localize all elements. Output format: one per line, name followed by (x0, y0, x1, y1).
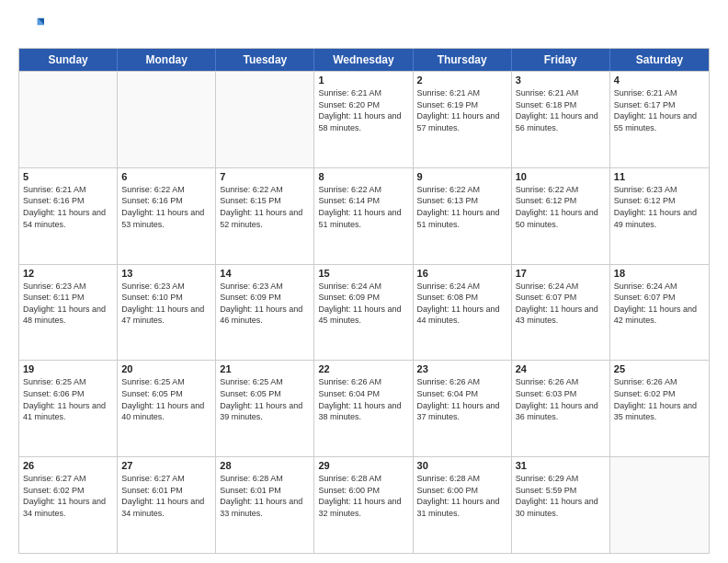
calendar-cell: 16Sunrise: 6:24 AM Sunset: 6:08 PM Dayli… (414, 265, 512, 361)
header-day: Saturday (610, 49, 709, 71)
cell-info: Sunrise: 6:23 AM Sunset: 6:11 PM Dayligh… (23, 281, 113, 327)
day-number: 10 (516, 171, 606, 182)
day-number: 29 (318, 460, 408, 471)
calendar-cell: 23Sunrise: 6:26 AM Sunset: 6:04 PM Dayli… (414, 361, 512, 456)
calendar-cell: 4Sunrise: 6:21 AM Sunset: 6:17 PM Daylig… (610, 72, 709, 167)
cell-info: Sunrise: 6:23 AM Sunset: 6:10 PM Dayligh… (121, 281, 211, 327)
calendar-cell: 14Sunrise: 6:23 AM Sunset: 6:09 PM Dayli… (216, 265, 314, 361)
calendar-cell (610, 457, 709, 553)
cell-info: Sunrise: 6:24 AM Sunset: 6:07 PM Dayligh… (614, 281, 705, 327)
day-number: 12 (23, 268, 113, 279)
header (18, 15, 710, 40)
day-number: 5 (23, 171, 113, 182)
cell-info: Sunrise: 6:22 AM Sunset: 6:12 PM Dayligh… (516, 184, 606, 230)
cell-info: Sunrise: 6:29 AM Sunset: 5:59 PM Dayligh… (516, 473, 606, 519)
day-number: 30 (417, 460, 507, 471)
cell-info: Sunrise: 6:21 AM Sunset: 6:18 PM Dayligh… (516, 87, 606, 133)
cell-info: Sunrise: 6:26 AM Sunset: 6:04 PM Dayligh… (417, 376, 507, 422)
cell-info: Sunrise: 6:23 AM Sunset: 6:12 PM Dayligh… (614, 184, 705, 230)
cell-info: Sunrise: 6:25 AM Sunset: 6:05 PM Dayligh… (121, 376, 211, 422)
cell-info: Sunrise: 6:24 AM Sunset: 6:07 PM Dayligh… (516, 281, 606, 327)
calendar-row: 19Sunrise: 6:25 AM Sunset: 6:06 PM Dayli… (19, 360, 709, 456)
calendar-cell: 1Sunrise: 6:21 AM Sunset: 6:20 PM Daylig… (314, 72, 413, 167)
day-number: 18 (614, 268, 705, 279)
day-number: 1 (318, 75, 408, 86)
calendar-cell: 22Sunrise: 6:26 AM Sunset: 6:04 PM Dayli… (314, 361, 413, 456)
day-number: 2 (417, 75, 507, 86)
calendar-cell: 19Sunrise: 6:25 AM Sunset: 6:06 PM Dayli… (19, 361, 118, 456)
day-number: 7 (220, 171, 310, 182)
cell-info: Sunrise: 6:24 AM Sunset: 6:08 PM Dayligh… (417, 281, 507, 327)
header-day: Friday (512, 49, 610, 71)
calendar-cell: 25Sunrise: 6:26 AM Sunset: 6:02 PM Dayli… (610, 361, 709, 456)
cell-info: Sunrise: 6:27 AM Sunset: 6:01 PM Dayligh… (121, 473, 211, 519)
cell-info: Sunrise: 6:22 AM Sunset: 6:16 PM Dayligh… (121, 184, 211, 230)
calendar-cell: 8Sunrise: 6:22 AM Sunset: 6:14 PM Daylig… (314, 168, 413, 264)
calendar-cell: 26Sunrise: 6:27 AM Sunset: 6:02 PM Dayli… (19, 457, 118, 553)
calendar-cell: 27Sunrise: 6:27 AM Sunset: 6:01 PM Dayli… (118, 457, 216, 553)
day-number: 6 (121, 171, 211, 182)
day-number: 14 (220, 268, 310, 279)
logo-icon (18, 15, 44, 40)
day-number: 26 (23, 460, 113, 471)
day-number: 16 (417, 268, 507, 279)
calendar-cell: 2Sunrise: 6:21 AM Sunset: 6:19 PM Daylig… (414, 72, 512, 167)
header-day: Sunday (19, 49, 118, 71)
cell-info: Sunrise: 6:26 AM Sunset: 6:04 PM Dayligh… (318, 376, 408, 422)
day-number: 17 (516, 268, 606, 279)
cell-info: Sunrise: 6:21 AM Sunset: 6:20 PM Dayligh… (318, 87, 408, 133)
calendar-cell: 28Sunrise: 6:28 AM Sunset: 6:01 PM Dayli… (216, 457, 314, 553)
day-number: 28 (220, 460, 310, 471)
header-day: Wednesday (314, 49, 413, 71)
calendar-cell: 9Sunrise: 6:22 AM Sunset: 6:13 PM Daylig… (414, 168, 512, 264)
day-number: 25 (614, 363, 705, 374)
calendar-cell: 15Sunrise: 6:24 AM Sunset: 6:09 PM Dayli… (314, 265, 413, 361)
calendar-cell (216, 72, 314, 167)
calendar-body: 1Sunrise: 6:21 AM Sunset: 6:20 PM Daylig… (19, 71, 709, 553)
calendar-cell: 10Sunrise: 6:22 AM Sunset: 6:12 PM Dayli… (512, 168, 610, 264)
calendar-cell: 5Sunrise: 6:21 AM Sunset: 6:16 PM Daylig… (19, 168, 118, 264)
calendar-cell: 18Sunrise: 6:24 AM Sunset: 6:07 PM Dayli… (610, 265, 709, 361)
header-day: Monday (118, 49, 216, 71)
calendar-header: SundayMondayTuesdayWednesdayThursdayFrid… (19, 49, 709, 71)
calendar-cell: 6Sunrise: 6:22 AM Sunset: 6:16 PM Daylig… (118, 168, 216, 264)
calendar-cell: 12Sunrise: 6:23 AM Sunset: 6:11 PM Dayli… (19, 265, 118, 361)
cell-info: Sunrise: 6:22 AM Sunset: 6:15 PM Dayligh… (220, 184, 310, 230)
day-number: 24 (516, 363, 606, 374)
calendar-cell: 7Sunrise: 6:22 AM Sunset: 6:15 PM Daylig… (216, 168, 314, 264)
day-number: 13 (121, 268, 211, 279)
cell-info: Sunrise: 6:28 AM Sunset: 6:00 PM Dayligh… (318, 473, 408, 519)
cell-info: Sunrise: 6:21 AM Sunset: 6:19 PM Dayligh… (417, 87, 507, 133)
calendar-cell: 17Sunrise: 6:24 AM Sunset: 6:07 PM Dayli… (512, 265, 610, 361)
cell-info: Sunrise: 6:26 AM Sunset: 6:03 PM Dayligh… (516, 376, 606, 422)
day-number: 3 (516, 75, 606, 86)
cell-info: Sunrise: 6:27 AM Sunset: 6:02 PM Dayligh… (23, 473, 113, 519)
calendar-cell: 31Sunrise: 6:29 AM Sunset: 5:59 PM Dayli… (512, 457, 610, 553)
cell-info: Sunrise: 6:28 AM Sunset: 6:00 PM Dayligh… (417, 473, 507, 519)
calendar: SundayMondayTuesdayWednesdayThursdayFrid… (18, 48, 710, 554)
day-number: 27 (121, 460, 211, 471)
cell-info: Sunrise: 6:23 AM Sunset: 6:09 PM Dayligh… (220, 281, 310, 327)
calendar-row: 26Sunrise: 6:27 AM Sunset: 6:02 PM Dayli… (19, 456, 709, 553)
day-number: 9 (417, 171, 507, 182)
calendar-cell: 11Sunrise: 6:23 AM Sunset: 6:12 PM Dayli… (610, 168, 709, 264)
page: SundayMondayTuesdayWednesdayThursdayFrid… (0, 0, 728, 563)
cell-info: Sunrise: 6:25 AM Sunset: 6:06 PM Dayligh… (23, 376, 113, 422)
cell-info: Sunrise: 6:26 AM Sunset: 6:02 PM Dayligh… (614, 376, 705, 422)
calendar-cell: 3Sunrise: 6:21 AM Sunset: 6:18 PM Daylig… (512, 72, 610, 167)
cell-info: Sunrise: 6:22 AM Sunset: 6:13 PM Dayligh… (417, 184, 507, 230)
calendar-cell: 29Sunrise: 6:28 AM Sunset: 6:00 PM Dayli… (314, 457, 413, 553)
day-number: 8 (318, 171, 408, 182)
day-number: 11 (614, 171, 705, 182)
calendar-cell: 21Sunrise: 6:25 AM Sunset: 6:05 PM Dayli… (216, 361, 314, 456)
day-number: 4 (614, 75, 705, 86)
calendar-row: 1Sunrise: 6:21 AM Sunset: 6:20 PM Daylig… (19, 71, 709, 167)
calendar-cell: 30Sunrise: 6:28 AM Sunset: 6:00 PM Dayli… (414, 457, 512, 553)
calendar-cell: 13Sunrise: 6:23 AM Sunset: 6:10 PM Dayli… (118, 265, 216, 361)
day-number: 21 (220, 363, 310, 374)
cell-info: Sunrise: 6:22 AM Sunset: 6:14 PM Dayligh… (318, 184, 408, 230)
calendar-row: 12Sunrise: 6:23 AM Sunset: 6:11 PM Dayli… (19, 264, 709, 361)
cell-info: Sunrise: 6:25 AM Sunset: 6:05 PM Dayligh… (220, 376, 310, 422)
calendar-cell (118, 72, 216, 167)
calendar-cell: 20Sunrise: 6:25 AM Sunset: 6:05 PM Dayli… (118, 361, 216, 456)
